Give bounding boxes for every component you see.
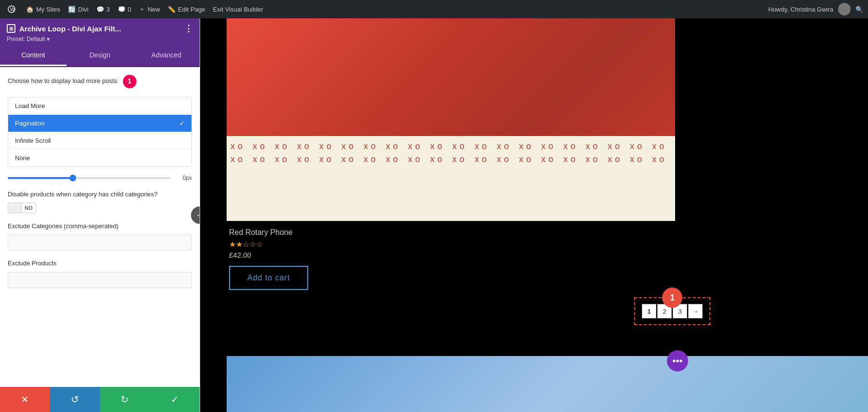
divi-link[interactable]: 🔄 Divi [68,6,89,13]
page-btn-1[interactable]: 1 [642,304,656,318]
exclude-categories-field: Exclude Categories (comma-seperated) [8,222,192,250]
undo-button[interactable]: ↺ [50,387,100,412]
right-content: xo xo xo xo xo xo xo xo xo xo xo xo xo x… [200,18,868,412]
disable-products-toggle[interactable]: NO [8,203,36,213]
dropdown-option-load-more[interactable]: Load More [8,97,191,115]
exclude-products-label: Exclude Products [8,259,192,268]
float-menu-button[interactable]: ••• [667,350,688,371]
phone-image-inner: xo xo xo xo xo xo xo xo xo xo xo xo xo x… [227,18,675,221]
panel-preset[interactable]: Preset: Default ▾ [7,36,193,42]
product-info: Red Rotary Phone ★★☆☆☆ £42.00 Add to car… [229,228,308,290]
search-icon[interactable]: 🔍 [855,6,863,13]
pagination-badge: 1 [662,288,682,308]
disable-products-label: Disable products when category has child… [8,190,192,199]
display-dropdown[interactable]: Load More Pagination ✓ Infinite Scroll N… [8,97,192,167]
admin-bar: W 🏠 My Sites 🔄 Divi 💬 3 💭 0 ＋ New ✏️ Edi… [0,0,868,18]
slider-track[interactable] [8,177,170,179]
add-to-cart-button[interactable]: Add to cart [229,266,308,290]
dropdown-option-pagination[interactable]: Pagination ✓ [8,115,191,132]
exclude-products-field: Exclude Products [8,259,192,288]
wordpress-logo[interactable]: W [5,2,18,16]
toggle-row: NO [8,203,192,213]
display-field-label: Choose how to display load more posts 1 [8,75,192,88]
new-button[interactable]: ＋ New [139,5,160,14]
check-icon: ✓ [179,120,185,127]
module-icon: ⊞ [7,24,15,33]
tab-advanced[interactable]: Advanced [133,45,200,66]
panel-menu-icon[interactable]: ⋮ [184,23,193,34]
step-badge-1: 1 [123,75,136,88]
dropdown-option-none[interactable]: None [8,150,191,166]
cancel-button[interactable]: ✕ [0,387,50,412]
tab-design[interactable]: Design [67,45,133,66]
dropdown-option-infinite-scroll[interactable]: Infinite Scroll [8,132,191,150]
avatar [838,3,851,15]
comment-bubble[interactable]: 💭 0 [118,6,131,13]
disable-products-field: Disable products when category has child… [8,190,192,213]
toggle-label: NO [22,204,36,212]
product-name: Red Rotary Phone [229,228,308,237]
slider-row: 0px [8,175,192,181]
save-button[interactable]: ✓ [150,387,200,412]
slider-value: 0px [175,175,192,181]
page-btn-next[interactable]: → [688,304,703,318]
comment-icon: 💬 [96,6,104,13]
exclude-categories-input[interactable] [8,234,192,250]
panel-title-text: Archive Loop - Divi Ajax Filt... [19,25,121,33]
my-sites-icon: 🏠 [26,6,34,13]
product-image: xo xo xo xo xo xo xo xo xo xo xo xo xo x… [227,18,675,221]
product-price: £42.00 [229,251,308,259]
panel-content: Choose how to display load more posts 1 … [0,67,200,387]
slider-thumb[interactable] [69,175,76,181]
slider-fill [8,177,73,179]
bottom-section [227,356,868,412]
bottom-bar: ✕ ↺ ↻ ✓ [0,387,200,412]
comment-count[interactable]: 💬 3 [96,6,110,13]
product-stars: ★★☆☆☆ [229,240,308,249]
panel-header: ⊞ Archive Loop - Divi Ajax Filt... ⋮ Pre… [0,18,200,45]
pagination-widget: 1 1 2 3 → [634,297,710,325]
svg-text:W: W [10,7,15,12]
exclude-products-input[interactable] [8,272,192,288]
display-field-row: Choose how to display load more posts 1 [8,75,192,88]
edit-page-link[interactable]: ✏️ Edit Page [168,6,205,13]
left-panel: ⊞ Archive Loop - Divi Ajax Filt... ⋮ Pre… [0,18,200,412]
plus-icon: ＋ [139,5,145,14]
tab-content[interactable]: Content [0,45,67,66]
toggle-knob [8,203,22,213]
divi-icon: 🔄 [68,6,76,13]
tab-bar: Content Design Advanced [0,45,200,67]
pencil-icon: ✏️ [168,6,176,13]
xo-pattern-area: xo xo xo xo xo xo xo xo xo xo xo xo xo x… [227,136,675,221]
exit-visual-builder-link[interactable]: Exit Visual Builder [213,6,263,13]
admin-bar-right: Howdy, Christina Gwira 🔍 [768,3,863,15]
redo-button[interactable]: ↻ [100,387,150,412]
my-sites-link[interactable]: 🏠 My Sites [26,6,60,13]
bubble-icon: 💭 [118,6,125,13]
product-preview: xo xo xo xo xo xo xo xo xo xo xo xo xo x… [200,18,868,412]
exclude-categories-label: Exclude Categories (comma-seperated) [8,222,192,231]
